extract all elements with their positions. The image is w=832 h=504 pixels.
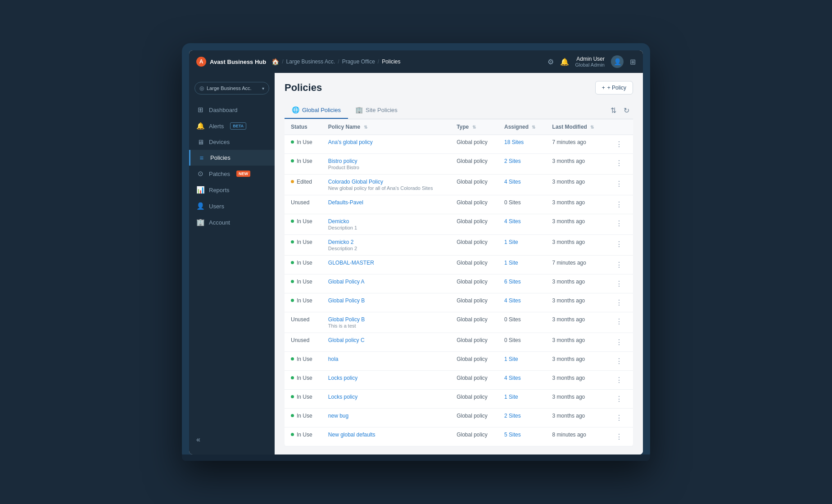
row-menu-button[interactable]: ⋮ <box>612 218 627 229</box>
cell-status: Unused <box>285 333 322 352</box>
table-row[interactable]: Unused Defaults-Pavel Global policy 0 Si… <box>285 195 633 214</box>
modified-text: 3 months ago <box>552 413 585 419</box>
assigned-link[interactable]: 5 Sites <box>504 432 521 438</box>
row-menu-button[interactable]: ⋮ <box>612 356 627 366</box>
policy-name-link[interactable]: Demicko 2 <box>328 239 444 245</box>
refresh-icon[interactable]: ↻ <box>622 104 631 117</box>
row-menu-button[interactable]: ⋮ <box>612 239 627 249</box>
settings-icon[interactable]: ⚙ <box>547 58 554 66</box>
table-row[interactable]: Edited Colorado Global Policy New global… <box>285 175 633 195</box>
row-menu-button[interactable]: ⋮ <box>612 316 627 327</box>
assigned-link[interactable]: 6 Sites <box>504 279 521 285</box>
grid-icon[interactable]: ⊞ <box>630 58 636 66</box>
assigned-link[interactable]: 4 Sites <box>504 375 521 381</box>
sidebar-item-policies[interactable]: ≡ Policies <box>189 150 275 166</box>
col-assigned[interactable]: Assigned ⇅ <box>498 119 546 135</box>
cell-status: In Use <box>285 371 322 390</box>
policy-name-link[interactable]: GLOBAL-MASTER <box>328 260 444 266</box>
table-row[interactable]: In Use Ana's global policy Global policy… <box>285 135 633 154</box>
type-text: Global policy <box>457 158 488 164</box>
assigned-link[interactable]: 1 Site <box>504 356 518 362</box>
cell-assigned: 5 Sites <box>498 428 546 446</box>
row-menu-button[interactable]: ⋮ <box>612 179 627 189</box>
row-menu-button[interactable]: ⋮ <box>612 432 627 442</box>
row-menu-button[interactable]: ⋮ <box>612 279 627 289</box>
sidebar-item-dashboard[interactable]: ⊞ Dashboard <box>189 102 275 118</box>
assigned-link[interactable]: 1 Site <box>504 394 518 400</box>
table-row[interactable]: In Use Locks policy Global policy 4 Site… <box>285 371 633 390</box>
policy-name-link[interactable]: Demicko <box>328 218 444 225</box>
table-row[interactable]: In Use Locks policy Global policy 1 Site… <box>285 390 633 409</box>
policy-name-link[interactable]: New global defaults <box>328 432 444 438</box>
policy-name-link[interactable]: Ana's global policy <box>328 139 444 145</box>
policy-name-link[interactable]: hola <box>328 356 444 362</box>
sidebar-item-account[interactable]: 🏢 Account <box>189 214 275 230</box>
row-menu-button[interactable]: ⋮ <box>612 337 627 347</box>
assigned-link[interactable]: 1 Site <box>504 260 518 266</box>
sidebar-item-patches[interactable]: ⊙ Patches NEW <box>189 166 275 182</box>
assigned-link[interactable]: 2 Sites <box>504 413 521 419</box>
tab-global-policies[interactable]: 🌐 Global Policies <box>285 102 348 119</box>
assigned-link[interactable]: 18 Sites <box>504 139 524 145</box>
sidebar-label-dashboard: Dashboard <box>209 107 238 113</box>
col-modified[interactable]: Last Modified ⇅ <box>546 119 606 135</box>
breadcrumb-office[interactable]: Prague Office <box>342 58 375 65</box>
policy-name-link[interactable]: Locks policy <box>328 375 444 381</box>
status-dot-green <box>291 140 294 144</box>
notification-icon[interactable]: 🔔 <box>560 58 569 66</box>
row-menu-button[interactable]: ⋮ <box>612 375 627 385</box>
type-text: Global policy <box>457 279 488 285</box>
table-row[interactable]: In Use Global Policy B Global policy 4 S… <box>285 293 633 312</box>
sidebar-collapse-button[interactable]: « <box>189 430 275 449</box>
modified-text: 3 months ago <box>552 297 585 304</box>
policy-name-link[interactable]: Defaults-Pavel <box>328 199 444 206</box>
policy-name-link[interactable]: Colorado Global Policy <box>328 179 444 185</box>
row-menu-button[interactable]: ⋮ <box>612 394 627 404</box>
assigned-link[interactable]: 2 Sites <box>504 158 521 164</box>
cell-row-menu: ⋮ <box>606 409 633 428</box>
tab-site-policies[interactable]: 🏢 Site Policies <box>348 102 405 119</box>
table-row[interactable]: Unused Global policy C Global policy 0 S… <box>285 333 633 352</box>
table-row[interactable]: In Use hola Global policy 1 Site 3 month… <box>285 352 633 371</box>
assigned-link[interactable]: 1 Site <box>504 239 518 245</box>
policy-name-link[interactable]: Locks policy <box>328 394 444 400</box>
sidebar-item-reports[interactable]: 📊 Reports <box>189 182 275 198</box>
assigned-link[interactable]: 4 Sites <box>504 218 521 225</box>
sidebar-item-devices[interactable]: 🖥 Devices <box>189 134 275 150</box>
cell-modified: 3 months ago <box>546 154 606 175</box>
table-row[interactable]: In Use GLOBAL-MASTER Global policy 1 Sit… <box>285 256 633 274</box>
col-policy-name[interactable]: Policy Name ⇅ <box>322 119 450 135</box>
assigned-link[interactable]: 4 Sites <box>504 297 521 304</box>
account-selector[interactable]: ◎ Large Business Acc. ▾ <box>194 82 269 94</box>
table-row[interactable]: Unused Global Policy B This is a test Gl… <box>285 312 633 333</box>
breadcrumb-account[interactable]: Large Business Acc. <box>286 58 335 65</box>
table-row[interactable]: In Use new bug Global policy 2 Sites 3 m… <box>285 409 633 428</box>
policy-name-link[interactable]: new bug <box>328 413 444 419</box>
sidebar-item-alerts[interactable]: 🔔 Alerts BETA <box>189 118 275 134</box>
filter-icon[interactable]: ⇅ <box>609 104 618 117</box>
table-row[interactable]: In Use Demicko 2 Description 2 Global po… <box>285 235 633 256</box>
row-menu-button[interactable]: ⋮ <box>612 297 627 308</box>
add-policy-button[interactable]: + + Policy <box>595 81 633 94</box>
row-menu-button[interactable]: ⋮ <box>612 199 627 210</box>
breadcrumb-home-icon[interactable]: 🏠 <box>271 58 279 65</box>
policy-name-link[interactable]: Global policy C <box>328 337 444 343</box>
avatar[interactable]: 👤 <box>611 55 624 68</box>
row-menu-button[interactable]: ⋮ <box>612 413 627 423</box>
policy-name-link[interactable]: Global Policy B <box>328 297 444 304</box>
row-menu-button[interactable]: ⋮ <box>612 158 627 168</box>
table-row[interactable]: In Use New global defaults Global policy… <box>285 428 633 446</box>
table-row[interactable]: In Use Global Policy A Global policy 6 S… <box>285 274 633 293</box>
assigned-link[interactable]: 4 Sites <box>504 179 521 185</box>
sidebar-item-users[interactable]: 👤 Users <box>189 198 275 214</box>
policy-name-link[interactable]: Global Policy B <box>328 316 444 323</box>
table-row[interactable]: In Use Bistro policy Product Bistro Glob… <box>285 154 633 175</box>
location-icon: ◎ <box>199 85 204 91</box>
policy-name-link[interactable]: Bistro policy <box>328 158 444 164</box>
modified-text: 3 months ago <box>552 179 585 185</box>
col-type[interactable]: Type ⇅ <box>450 119 498 135</box>
policy-name-link[interactable]: Global Policy A <box>328 279 444 285</box>
row-menu-button[interactable]: ⋮ <box>612 260 627 270</box>
table-row[interactable]: In Use Demicko Description 1 Global poli… <box>285 214 633 235</box>
row-menu-button[interactable]: ⋮ <box>612 139 627 149</box>
